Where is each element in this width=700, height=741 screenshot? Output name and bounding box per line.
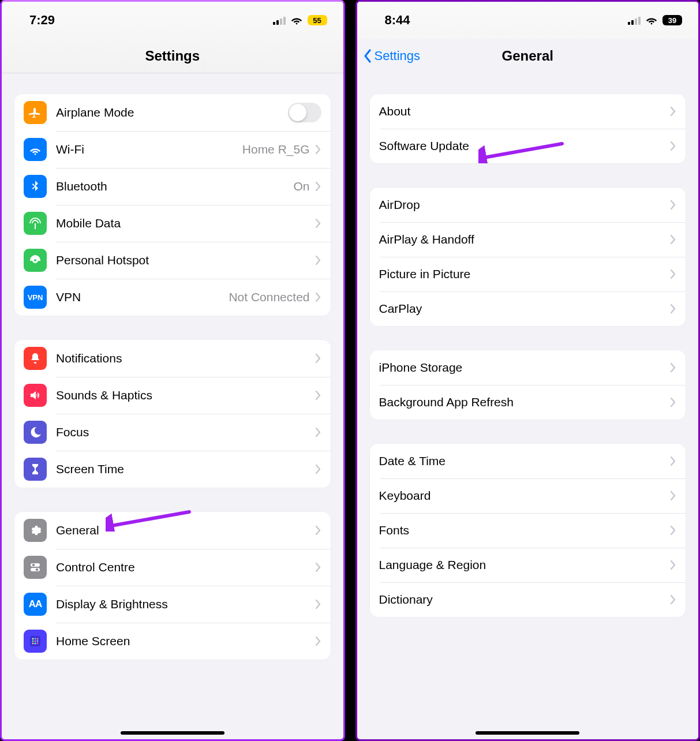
wifi-icon [645, 14, 658, 26]
settings-group: Date & TimeKeyboardFontsLanguage & Regio… [370, 444, 686, 617]
row-home-screen[interactable]: Home Screen [14, 623, 331, 660]
row-carplay[interactable]: CarPlay [370, 291, 686, 326]
row-bg-refresh[interactable]: Background App Refresh [370, 385, 686, 420]
chevron-right-icon [671, 200, 676, 209]
row-airplane[interactable]: Airplane Mode [14, 94, 331, 131]
chevron-right-icon [671, 560, 676, 570]
row-focus[interactable]: Focus [14, 414, 331, 451]
airplane-icon [24, 101, 47, 124]
moon-icon [24, 421, 47, 444]
chevron-right-icon [671, 270, 676, 279]
row-airplay[interactable]: AirPlay & Handoff [370, 222, 686, 257]
chevron-right-icon [316, 563, 321, 572]
wifi-icon [290, 14, 303, 26]
row-label: Screen Time [56, 462, 316, 476]
row-mobile-data[interactable]: Mobile Data [14, 205, 331, 242]
chevron-right-icon [671, 491, 676, 500]
back-button[interactable]: Settings [363, 39, 421, 73]
row-notifications[interactable]: Notifications [14, 340, 331, 377]
chevron-right-icon [671, 595, 676, 604]
status-time: 8:44 [385, 13, 410, 28]
row-hotspot[interactable]: Personal Hotspot [14, 242, 331, 279]
row-vpn[interactable]: VPNVPNNot Connected [14, 279, 331, 316]
row-label: AirDrop [379, 198, 671, 212]
chevron-right-icon [316, 354, 321, 363]
row-label: AirPlay & Handoff [379, 233, 671, 246]
row-label: Focus [56, 425, 316, 439]
row-wifi[interactable]: Wi-FiHome R_5G [14, 131, 331, 168]
row-label: Language & Region [379, 558, 671, 572]
vpn-icon: VPN [24, 286, 47, 309]
row-control-centre[interactable]: Control Centre [14, 549, 331, 586]
row-software-update[interactable]: Software Update [370, 129, 686, 163]
row-label: General [56, 523, 316, 537]
gear-icon [24, 519, 47, 542]
settings-group: AirDropAirPlay & HandoffPicture in Pictu… [370, 188, 686, 326]
row-label: Airplane Mode [56, 106, 288, 119]
row-label: Picture in Picture [379, 267, 671, 281]
row-label: VPN [56, 290, 229, 304]
battery-indicator: 55 [308, 15, 327, 25]
page-title: Settings [145, 48, 200, 64]
chevron-right-icon [671, 304, 676, 313]
hourglass-icon [24, 458, 47, 481]
row-label: Software Update [379, 139, 671, 153]
toggle-airplane[interactable] [288, 103, 321, 122]
row-label: Fonts [379, 523, 671, 537]
row-label: Display & Brightness [56, 597, 316, 611]
row-date-time[interactable]: Date & Time [370, 444, 686, 478]
chevron-right-icon [316, 293, 321, 302]
chevron-right-icon [316, 391, 321, 400]
row-about[interactable]: About [370, 94, 686, 129]
row-label: iPhone Storage [379, 361, 671, 375]
row-dictionary[interactable]: Dictionary [370, 582, 686, 617]
bluetooth-icon [24, 175, 47, 198]
row-iphone-storage[interactable]: iPhone Storage [370, 350, 686, 385]
aa-icon: AA [24, 593, 47, 616]
row-general[interactable]: General [14, 512, 331, 549]
row-fonts[interactable]: Fonts [370, 513, 686, 548]
row-label: Sounds & Haptics [56, 388, 316, 402]
chevron-right-icon [671, 456, 676, 466]
chevron-right-icon [671, 398, 676, 407]
settings-group: iPhone StorageBackground App Refresh [370, 350, 686, 420]
row-sounds[interactable]: Sounds & Haptics [14, 377, 331, 414]
sliders-icon [24, 556, 47, 579]
settings-group: NotificationsSounds & HapticsFocusScreen… [14, 340, 331, 488]
status-time: 7:29 [29, 13, 55, 28]
chevron-right-icon [671, 526, 676, 535]
row-label: CarPlay [379, 302, 671, 316]
row-label: Bluetooth [56, 179, 293, 193]
phone-general: 8:44 39 Settings General AboutSoftware U… [355, 0, 701, 741]
chevron-right-icon [316, 182, 321, 191]
row-label: About [379, 104, 671, 118]
row-label: Background App Refresh [379, 395, 671, 409]
cellular-icon [628, 16, 641, 25]
row-language[interactable]: Language & Region [370, 548, 686, 582]
general-list[interactable]: AboutSoftware UpdateAirDropAirPlay & Han… [357, 73, 699, 739]
settings-list[interactable]: Airplane ModeWi-FiHome R_5GBluetoothOnMo… [2, 73, 343, 739]
row-bluetooth[interactable]: BluetoothOn [14, 168, 331, 205]
row-label: Date & Time [379, 454, 671, 468]
row-label: Keyboard [379, 489, 671, 503]
nav-bar: Settings General [357, 39, 699, 73]
chevron-right-icon [316, 256, 321, 265]
row-pip[interactable]: Picture in Picture [370, 257, 686, 291]
row-airdrop[interactable]: AirDrop [370, 188, 686, 222]
chevron-right-icon [671, 141, 676, 151]
chevron-right-icon [316, 465, 321, 474]
wifi-icon [24, 138, 47, 161]
status-bar: 7:29 55 [2, 2, 343, 39]
row-screen-time[interactable]: Screen Time [14, 451, 331, 488]
home-indicator [121, 731, 224, 735]
row-label: Notifications [56, 351, 316, 365]
row-display[interactable]: AADisplay & Brightness [14, 586, 331, 623]
battery-indicator: 39 [662, 15, 682, 25]
row-label: Dictionary [379, 593, 671, 607]
row-label: Control Centre [56, 560, 316, 574]
chevron-right-icon [316, 428, 321, 437]
home-indicator [476, 731, 579, 735]
row-keyboard[interactable]: Keyboard [370, 478, 686, 513]
row-value: Not Connected [229, 290, 309, 304]
bell-icon [24, 347, 47, 370]
